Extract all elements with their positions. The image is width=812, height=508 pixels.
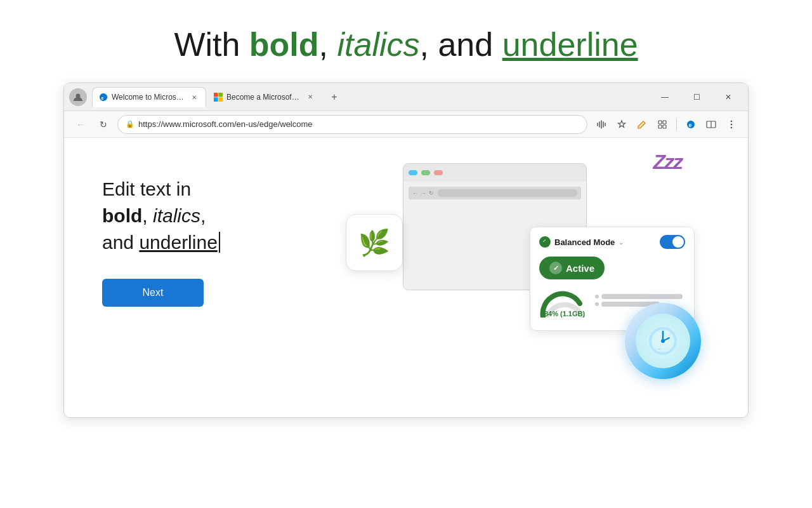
bold-word: bold (249, 26, 319, 63)
sleep-refresh-icon: ↻ (429, 190, 434, 196)
back-button[interactable]: ← (72, 116, 89, 133)
toggle-knob (672, 236, 684, 248)
read-aloud-icon[interactable] (593, 116, 610, 133)
sleep-window-body: ← → ↻ (403, 182, 586, 204)
leaf-icon: 🌿 (358, 228, 390, 258)
sleep-nav-icons: ← → ↻ (412, 190, 434, 196)
balanced-label-wrap: Balanced Mode ⌄ (539, 236, 624, 248)
heading-line1: Edit text in (102, 178, 191, 199)
tab-become-close[interactable]: ✕ (305, 92, 315, 102)
sleep-title-bar (403, 164, 586, 182)
minimize-button[interactable]: — (650, 87, 679, 107)
tab-welcome-close[interactable]: ✕ (189, 92, 199, 102)
tab-become-label: Become a Microsoft Edg... (226, 93, 301, 102)
sleep-back-icon: ← (412, 190, 418, 196)
tabs-area: e Welcome to Microsoft E... ✕ Become a M… (92, 87, 650, 107)
svg-text:e: e (102, 96, 104, 100)
toolbar-icons: e (593, 116, 740, 133)
page-header: With bold, italics, and underline (0, 0, 812, 83)
gauge-wrap: 84% (1.1GB) (539, 286, 590, 318)
text-cursor (219, 232, 220, 253)
active-check-icon: ✓ (549, 262, 562, 274)
svg-point-15 (731, 120, 733, 122)
browser-content: Edit text in bold, italics, and underlin… (64, 138, 748, 417)
perf-inner: ... (636, 314, 690, 368)
new-tab-button[interactable]: + (325, 88, 343, 106)
tab-welcome-label: Welcome to Microsoft E... (112, 93, 185, 102)
svg-point-17 (731, 126, 733, 128)
lock-icon: 🔒 (126, 120, 134, 128)
page-title: With bold, italics, and underline (0, 25, 812, 64)
svg-rect-10 (663, 125, 666, 128)
split-view-icon[interactable] (702, 116, 720, 133)
svg-rect-8 (663, 121, 666, 124)
bar-row-1 (595, 294, 685, 299)
svg-rect-7 (658, 121, 662, 124)
url-box[interactable]: 🔒 https://www.microsoft.com/en-us/edge/w… (117, 115, 587, 134)
window-controls: — ☐ ✕ (650, 87, 743, 107)
heading-italic: italics (153, 205, 200, 226)
extensions-icon[interactable] (653, 116, 671, 133)
perf-gauge-icon: ... (647, 325, 679, 357)
sleep-nav-bar: ← → ↻ (409, 187, 581, 199)
heading-bold: bold (102, 205, 142, 226)
edge-favicon: e (99, 93, 108, 102)
browser-window: e Welcome to Microsoft E... ✕ Become a M… (63, 83, 749, 418)
illustration: ← → ↻ Zzz 🌿 (346, 163, 695, 392)
underline-word: underline (502, 26, 638, 63)
gauge-text: 84% (1.1GB) (544, 310, 585, 318)
edit-icon[interactable] (633, 116, 651, 133)
edit-text-heading: Edit text in bold, italics, and underlin… (102, 176, 305, 256)
next-button[interactable]: Next (102, 279, 204, 307)
balanced-mode-icon (539, 236, 551, 248)
tab-welcome[interactable]: e Welcome to Microsoft E... ✕ (92, 87, 206, 107)
italic-word: italics (337, 26, 420, 63)
right-panel: ← → ↻ Zzz 🌿 (331, 163, 710, 392)
active-label: Active (566, 263, 594, 274)
balanced-mode-label: Balanced Mode (554, 237, 615, 247)
heading-underline: underline (139, 232, 217, 253)
sleep-dot-3 (434, 170, 443, 175)
bar-dot-1 (595, 295, 599, 298)
svg-rect-6 (218, 97, 223, 102)
heading-comma1: , (142, 205, 153, 226)
svg-text:e: e (689, 122, 692, 128)
sleep-url-bar (438, 189, 577, 197)
active-badge: ✓ Active (539, 257, 605, 279)
close-button[interactable]: ✕ (714, 87, 743, 107)
left-panel: Edit text in bold, italics, and underlin… (102, 163, 305, 392)
svg-text:...: ... (658, 346, 661, 350)
svg-point-16 (731, 123, 733, 125)
balanced-toggle[interactable] (660, 235, 685, 249)
favorites-icon[interactable] (613, 116, 631, 133)
toolbar-separator (676, 118, 677, 131)
svg-rect-3 (214, 93, 218, 97)
sleep-dot-2 (421, 170, 430, 175)
zzz-text: Zzz (653, 150, 682, 174)
more-icon[interactable] (723, 116, 740, 133)
svg-rect-9 (658, 125, 662, 128)
url-text: https://www.microsoft.com/en-us/edge/wel… (138, 119, 313, 129)
maximize-button[interactable]: ☐ (682, 87, 711, 107)
svg-rect-5 (214, 97, 218, 102)
sleep-forward-icon: → (421, 190, 426, 196)
heading-and: and (102, 232, 139, 253)
sleep-dot-1 (409, 170, 417, 175)
heading-comma2: , (200, 205, 206, 226)
ms-favicon (214, 93, 223, 102)
edge-icon[interactable]: e (682, 116, 700, 133)
bar-dot-2 (595, 302, 599, 306)
eco-card: 🌿 (346, 214, 403, 271)
address-bar: ← ↻ 🔒 https://www.microsoft.com/en-us/ed… (64, 111, 748, 138)
profile-icon[interactable] (69, 88, 87, 106)
tab-become[interactable]: Become a Microsoft Edg... ✕ (207, 87, 322, 107)
svg-point-20 (661, 339, 665, 343)
performance-meter: ... (625, 303, 701, 379)
title-bar: e Welcome to Microsoft E... ✕ Become a M… (64, 83, 748, 111)
bar-fill-1 (601, 294, 683, 299)
balanced-header: Balanced Mode ⌄ (539, 235, 685, 249)
svg-rect-4 (218, 93, 223, 97)
refresh-button[interactable]: ↻ (95, 116, 112, 133)
balanced-chevron-icon: ⌄ (619, 239, 624, 246)
